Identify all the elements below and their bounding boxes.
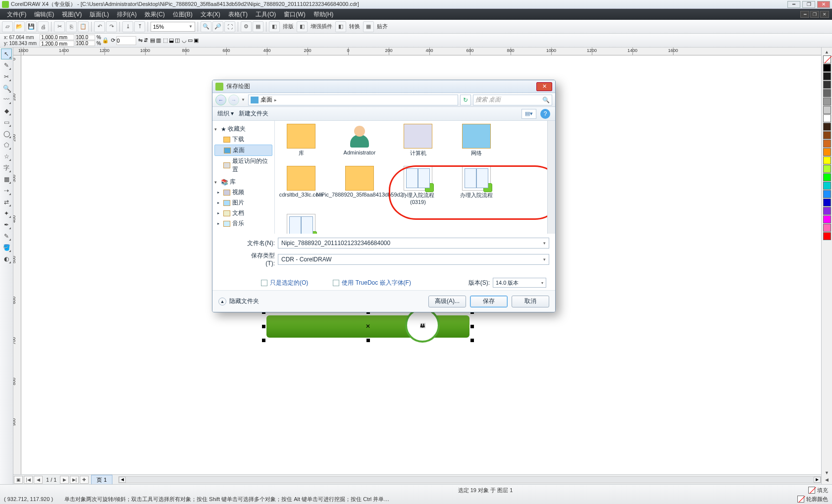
tree-recent[interactable]: 最近访问的位置 [214,156,272,175]
breadcrumb[interactable]: 桌面 ▸ [248,95,458,105]
table-tool-icon[interactable]: ▦ [1,174,12,185]
ellipse-tool-icon[interactable]: ◯ [1,128,12,139]
file-item[interactable]: 备份办理入院流程 [279,214,323,234]
export-icon[interactable]: ⤒ [134,21,145,32]
first-page-icon[interactable]: |◀ [24,476,33,484]
save-icon[interactable]: 💾 [26,21,37,32]
scale-x-input[interactable] [75,35,95,40]
color-swatch[interactable] [823,98,831,105]
smartfill-tool-icon[interactable]: ◆ [1,105,12,116]
color-swatch[interactable] [823,114,831,122]
color-swatch[interactable] [823,173,831,181]
add-page-icon[interactable]: ✚ [80,476,89,484]
new-folder-button[interactable]: 新建文件夹 [239,109,268,118]
dialog-titlebar[interactable]: 保存绘图 ✕ [212,80,555,93]
order-icon[interactable]: ▥ [156,37,161,44]
import-icon[interactable]: ⤓ [122,21,133,32]
effects-tool-icon[interactable]: ✦ [1,208,12,219]
zoom-in-icon[interactable]: 🔍 [201,21,211,32]
outline-swatch[interactable] [797,496,804,503]
file-item[interactable]: NiPic_7888920_35f8aa8413db59d2 [337,166,382,205]
dialog-close-button[interactable]: ✕ [536,82,552,91]
maximize-button[interactable]: ❐ [802,1,815,8]
color-swatch[interactable] [823,207,831,215]
undo-icon[interactable]: ↶ [94,21,105,32]
fill-tool-icon[interactable]: 🪣 [1,242,12,253]
scale-y-input[interactable] [75,41,95,46]
redo-icon[interactable]: ↷ [106,21,117,32]
color-swatch[interactable] [823,156,831,164]
palette-flyout-icon[interactable]: ◀ [825,477,829,482]
lock-ratio-icon[interactable]: 🔒 [102,37,109,44]
organize-button[interactable]: 组织 ▾ [217,109,239,118]
color-swatch[interactable] [823,81,831,89]
history-dropdown-icon[interactable]: ▼ [241,98,246,102]
breadcrumb-segment[interactable]: 桌面 [260,96,272,104]
icon-b[interactable]: ◧ [297,21,308,32]
fill-swatch[interactable] [808,487,815,494]
color-swatch[interactable] [823,64,831,72]
scroll-right-icon[interactable]: ▶ [814,477,821,483]
menu-table[interactable]: 表格(T) [224,10,252,19]
crop-tool-icon[interactable]: ✂ [1,71,12,82]
save-button[interactable]: 保存 [470,296,508,307]
menu-tools[interactable]: 工具(O) [252,10,280,19]
color-swatch[interactable] [823,131,831,139]
view-mode-button[interactable]: ▤▾ [521,109,536,119]
close-button[interactable]: ✕ [817,1,830,8]
color-swatch[interactable] [823,199,831,206]
menu-window[interactable]: 窗口(W) [280,10,309,19]
menu-file[interactable]: 文件(F) [3,10,30,19]
ungroup-icon[interactable]: ⬓ [169,37,174,44]
mirror-h-icon[interactable]: ⇋ [138,37,143,44]
menu-arrange[interactable]: 排列(A) [113,10,141,19]
outline-tool-icon[interactable]: ✎ [1,231,12,242]
file-list-scrollbar[interactable] [547,121,555,234]
combine-icon[interactable]: ◫ [175,37,180,44]
freehand-tool-icon[interactable]: 〰 [1,94,12,105]
page-icon[interactable]: ▣ [14,476,23,484]
icon-a[interactable]: ◧ [269,21,280,32]
file-list[interactable]: 库Administrator计算机网络cdrsltbd_33lc.comNiPi… [275,121,555,234]
menu-help[interactable]: 帮助(H) [310,10,338,19]
color-swatch[interactable] [823,190,831,198]
file-item[interactable]: 计算机 [396,124,440,157]
tocurve-icon[interactable]: ◡ [182,37,187,44]
btn-convert[interactable]: 转换 [347,23,362,30]
color-swatch[interactable] [823,182,831,190]
btn-typeset[interactable]: 排版 [281,23,296,30]
icon-c[interactable]: ◧ [335,21,346,32]
menu-edit[interactable]: 编辑(E) [30,10,58,19]
group-icon[interactable]: ⬚ [163,37,168,44]
hide-folders-toggle[interactable]: ▲隐藏文件夹 [218,297,259,305]
btn-plugin[interactable]: 增强插件 [309,23,334,30]
copy-icon[interactable]: ⎘ [66,21,77,32]
icon-d[interactable]: ▦ [363,21,374,32]
color-swatch[interactable] [823,148,831,156]
basicshapes-tool-icon[interactable]: ☆ [1,151,12,162]
refresh-button[interactable]: ↻ [460,95,471,105]
file-item[interactable]: 办理入院流程(0319) [396,166,440,205]
color-swatch[interactable] [823,224,831,232]
menu-text[interactable]: 文本(X) [197,10,224,19]
mirror-v-icon[interactable]: ⇵ [144,37,148,44]
eyedropper-tool-icon[interactable]: ✒ [1,219,12,230]
color-swatch[interactable] [823,89,831,97]
color-swatch[interactable] [823,232,831,240]
tree-downloads[interactable]: 下载 [214,134,272,145]
color-swatch[interactable] [823,140,831,148]
mdi-restore[interactable]: ❐ [810,11,819,18]
wrap-icon[interactable]: ▭ [188,37,193,44]
zoom-out-icon[interactable]: 🔎 [212,21,223,32]
zoom-tool-icon[interactable]: 🔍 [1,83,12,94]
color-swatch[interactable] [823,106,831,114]
file-item[interactable]: 网络 [454,124,499,157]
palette-down-icon[interactable]: ▼ [825,470,829,475]
tree-videos[interactable]: ▸视频 [214,187,272,198]
cancel-button[interactable]: 取消 [512,296,549,307]
page-tab-1[interactable]: 页 1 [91,475,112,485]
horizontal-scrollbar[interactable]: ◀ ▶ [118,476,821,483]
connector-tool-icon[interactable]: ⇄ [1,197,12,207]
launcher-icon[interactable]: ▦ [253,21,263,32]
color-swatch[interactable] [823,165,831,173]
